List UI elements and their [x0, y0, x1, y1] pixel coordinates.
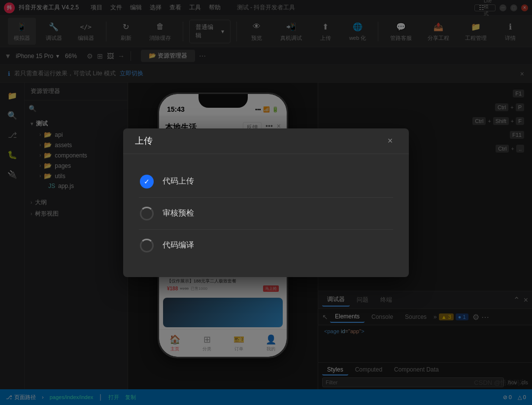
spinner-icon-2 [140, 239, 154, 252]
option-check-icon: ✓ [139, 174, 155, 189]
modal-body: ✓ 代码上传 审核预检 代码编译 [123, 154, 409, 277]
modal-title: 上传 [135, 135, 153, 147]
spinner-icon [140, 207, 154, 220]
modal-header: 上传 × [123, 128, 409, 154]
option-compile-label: 代码编译 [163, 240, 194, 250]
option-code-upload-label: 代码上传 [163, 176, 194, 187]
option-review-label: 审核预检 [163, 208, 194, 218]
modal-close-button[interactable]: × [383, 134, 397, 148]
option-spinner-1-icon [139, 206, 155, 221]
check-circle-icon: ✓ [140, 175, 154, 188]
modal-overlay[interactable]: 上传 × ✓ 代码上传 审核预检 代 [0, 0, 532, 405]
upload-modal: 上传 × ✓ 代码上传 审核预检 代 [123, 128, 409, 277]
modal-option-code-upload[interactable]: ✓ 代码上传 [139, 166, 393, 198]
modal-option-review[interactable]: 审核预检 [139, 198, 393, 230]
option-spinner-2-icon [139, 238, 155, 253]
modal-option-compile[interactable]: 代码编译 [139, 230, 393, 261]
